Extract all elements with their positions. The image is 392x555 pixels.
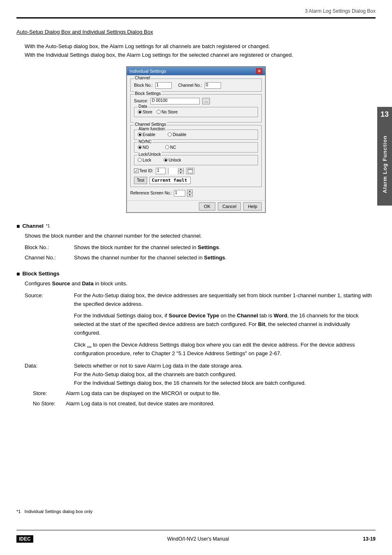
cancel-button[interactable]: Cancel — [218, 202, 241, 210]
channel-description: Shows the block number and the channel n… — [25, 232, 376, 240]
no-store-radio[interactable]: No Store — [157, 110, 178, 114]
no-store-radio-circle — [157, 110, 161, 114]
no-radio-circle — [138, 145, 142, 149]
header-title: 3 Alarm Log Settings Dialog Box — [305, 8, 376, 14]
enable-radio[interactable]: Enable — [138, 132, 155, 137]
unlock-label: Unlock — [168, 158, 181, 162]
footnote-text: Individual Settings dialog box only — [25, 509, 93, 514]
help-button[interactable]: Help — [243, 202, 262, 210]
dialog-footer: OK Cancel Help — [127, 200, 265, 212]
chapter-number: 13 — [377, 107, 392, 123]
channel-no-desc: Shows the channel number for the channel… — [74, 254, 376, 262]
ref-screen-label: Reference Screen No.: — [130, 191, 172, 195]
channel-section: ■ Channel*1 Shows the block number and t… — [16, 223, 376, 262]
dialog-title: Individual Settings — [129, 69, 166, 74]
source-term: Source: — [25, 291, 74, 358]
ref-spinner-down[interactable]: ▼ — [187, 193, 192, 197]
data-group-label: Data — [138, 104, 148, 109]
block-settings-definitions: Source: For the Auto-Setup dialog box, t… — [25, 291, 376, 408]
channel-heading: Channel — [22, 223, 43, 229]
intro-line-1: With the Auto-Setup dialog box, the Alar… — [25, 42, 376, 51]
channel-settings-group: Channel Settings Alarm function: Enable … — [130, 125, 262, 187]
data-subgroup: Data Store No Store — [134, 107, 258, 117]
ref-screen-input[interactable]: 1 — [174, 190, 185, 197]
lock-unlock-subgroup: Lock/Unlock Lock Unlock — [134, 155, 258, 165]
enable-radio-circle — [138, 132, 142, 136]
dialog-close-button[interactable]: ✕ — [256, 68, 263, 74]
individual-settings-dialog: Individual Settings ✕ Channel Block No.:… — [126, 66, 266, 213]
source-browse-button[interactable]: ... — [202, 98, 210, 104]
spinner-arrows[interactable]: ▲ ▼ — [178, 168, 183, 174]
disable-label: Disable — [173, 132, 186, 137]
dialog-titlebar: Individual Settings ✕ — [127, 67, 265, 75]
footer-manual-title: WindO/I-NV2 User's Manual — [167, 536, 229, 542]
no-nc-subgroup: NO/NC NO NC — [134, 142, 258, 153]
block-no-desc: Shows the block number for the channel s… — [74, 243, 376, 252]
test-id-checkbox-box: ✓ — [134, 169, 138, 173]
chapter-label: Alarm Log Function — [377, 123, 392, 206]
no-store-term: No Store: — [25, 400, 66, 408]
no-radio[interactable]: NO — [138, 145, 149, 150]
channel-definitions: Block No.: Shows the block number for th… — [25, 243, 376, 262]
ok-button[interactable]: OK — [199, 202, 215, 210]
ref-spinner-up[interactable]: ▲ — [187, 190, 192, 193]
section-title: Auto-Setup Dialog Box and Individual Set… — [16, 29, 153, 35]
no-store-radio-label: No Store — [161, 110, 178, 114]
block-no-term: Block No.: — [25, 243, 74, 252]
store-sub-row: Store: Alarm Log data can be displayed o… — [25, 389, 376, 398]
test-display: Current fault — [150, 177, 191, 184]
footnote-marker: *1 — [16, 509, 21, 514]
channel-group: Channel Block No.: 1 Channel No.: 0 — [130, 79, 262, 92]
bottom-rule — [16, 530, 376, 530]
lock-radio[interactable]: Lock — [138, 158, 151, 162]
unlock-radio[interactable]: Unlock — [164, 158, 181, 162]
source-para-3: Click ... to open the Device Address Set… — [74, 341, 376, 358]
unlock-radio-circle — [164, 158, 168, 162]
channel-no-input[interactable]: 0 — [205, 82, 221, 89]
spinner-up[interactable]: ▲ — [178, 168, 183, 171]
block-settings-section: ■ Block Settings Configures Source and D… — [16, 271, 376, 408]
store-radio[interactable]: Store — [138, 110, 152, 114]
no-nc-label: NO/NC — [138, 139, 152, 144]
store-desc: Alarm Log data can be displayed on the M… — [66, 389, 376, 398]
channel-settings-label: Channel Settings — [134, 122, 167, 127]
block-no-label: Block No.: — [134, 83, 153, 88]
block-no-input[interactable]: 1 — [155, 82, 172, 89]
data-para-2: For the Auto-Setup dialog box, all the c… — [74, 370, 376, 379]
enable-label: Enable — [143, 132, 155, 137]
test-id-input[interactable]: 1 — [156, 168, 166, 174]
logo-text: IDEC — [16, 535, 33, 543]
disable-radio[interactable]: Disable — [168, 132, 186, 137]
source-def-row: Source: For the Auto-Setup dialog box, t… — [25, 291, 376, 358]
data-para-3: For the Individual Settings dialog box, … — [74, 379, 376, 388]
nc-radio-label: NC — [170, 145, 176, 150]
lock-radio-circle — [138, 158, 142, 162]
test-id-label: Test ID: — [139, 169, 153, 173]
no-store-sub-row: No Store: Alarm Log data is not created,… — [25, 400, 376, 408]
block-settings-description: Configures Source and Data in block unit… — [25, 280, 376, 288]
test-id-checkbox[interactable]: ✓ Test ID: — [134, 169, 153, 173]
footer-page-number: 13-19 — [363, 536, 376, 542]
data-para-1: Selects whether or not to save Alarm Log… — [74, 362, 376, 370]
source-label: Source: — [134, 99, 148, 103]
channel-no-label: Channel No.: — [178, 83, 202, 88]
data-def-row: Data: Selects whether or not to save Ala… — [25, 362, 376, 387]
store-radio-circle — [138, 110, 142, 114]
ref-screen-row: Reference Screen No.: 1 ▲ ▼ — [130, 190, 262, 197]
test-id-spinner[interactable]: ▲ ▼ — [168, 168, 184, 174]
nc-radio[interactable]: NC — [165, 145, 176, 150]
nc-radio-circle — [165, 145, 169, 149]
disable-radio-circle — [168, 132, 172, 136]
lock-label: Lock — [143, 158, 151, 162]
source-input[interactable]: D 00100 — [150, 98, 200, 104]
source-para-2: For the Individual Settings dialog box, … — [74, 312, 376, 337]
block-settings-bullet: ■ — [16, 271, 20, 277]
alarm-function-subgroup: Alarm function: Enable Disable — [134, 130, 258, 140]
block-settings-heading: Block Settings — [22, 271, 59, 277]
intro-line-2: With the Individual Settings dialog box,… — [25, 51, 376, 60]
block-settings-group-label: Block Settings — [134, 91, 161, 96]
test-id-spinner-value — [168, 168, 178, 174]
spinner-down[interactable]: ▼ — [178, 171, 183, 174]
test-button[interactable]: Test — [134, 177, 147, 184]
ref-screen-spinner[interactable]: ▲ ▼ — [187, 190, 193, 197]
